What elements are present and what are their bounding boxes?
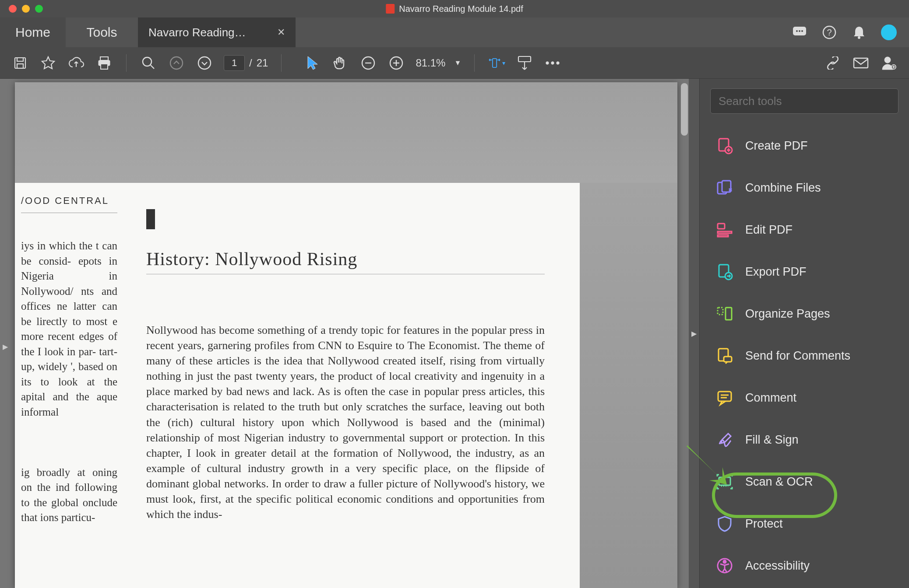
toolbar: / 21 81.1% ▼ ▾ [0, 47, 909, 79]
svg-rect-18 [518, 56, 531, 62]
zoom-out-icon[interactable] [359, 54, 377, 72]
accessibility-icon [715, 556, 734, 575]
svg-point-6 [858, 36, 860, 39]
svg-rect-31 [718, 235, 728, 237]
select-tool-icon[interactable] [303, 54, 321, 72]
svg-rect-7 [15, 58, 25, 68]
print-icon[interactable] [95, 54, 113, 72]
zoom-window[interactable] [35, 5, 43, 13]
window-titlebar: Navarro Reading Module 14.pdf [0, 0, 909, 18]
tool-edit-pdf[interactable]: Edit PDF [704, 211, 905, 248]
svg-point-2 [799, 30, 800, 32]
svg-rect-37 [724, 357, 732, 362]
svg-point-41 [723, 560, 726, 563]
search-tools[interactable] [710, 88, 898, 114]
star-icon[interactable] [39, 54, 57, 72]
save-icon[interactable] [11, 54, 29, 72]
combine-files-icon [715, 178, 734, 197]
comment-tool-icon [715, 388, 734, 407]
bell-icon[interactable] [851, 24, 867, 40]
search-input[interactable] [719, 94, 890, 108]
cloud-upload-icon[interactable] [67, 54, 85, 72]
tool-label: Fill & Sign [745, 433, 799, 447]
help-icon[interactable]: ? [821, 24, 837, 40]
svg-rect-22 [854, 58, 868, 68]
tab-bar: Home Tools Navarro Reading… ✕ ? [0, 18, 909, 47]
fit-width-icon[interactable]: ▾ [488, 54, 505, 72]
more-tools-icon[interactable] [544, 54, 561, 72]
pdf-icon [386, 4, 395, 14]
email-icon[interactable] [852, 54, 870, 72]
tool-label: Export PDF [745, 265, 807, 279]
body-text: Nollywood has become something of a tren… [146, 322, 545, 522]
page-total: 21 [257, 57, 268, 69]
chapter-title: History: Nollywood Rising [146, 248, 545, 270]
chapter-mark [146, 209, 155, 229]
hand-tool-icon[interactable] [331, 54, 349, 72]
export-pdf-icon [715, 262, 734, 281]
organize-pages-icon [715, 304, 734, 323]
svg-rect-11 [101, 64, 108, 69]
tool-label: Create PDF [745, 139, 808, 153]
page-up-icon[interactable] [168, 54, 185, 72]
chat-icon[interactable] [792, 24, 807, 40]
tab-close-icon[interactable]: ✕ [277, 27, 285, 38]
share-user-icon[interactable] [880, 54, 898, 72]
zoom-in-icon[interactable] [388, 54, 405, 72]
svg-rect-38 [718, 392, 731, 401]
find-icon[interactable] [140, 54, 157, 72]
svg-point-19 [546, 61, 549, 64]
close-window[interactable] [9, 5, 17, 13]
svg-text:?: ? [827, 28, 831, 37]
tool-export-pdf[interactable]: Export PDF [704, 253, 905, 290]
document-page: /OOD CENTRAL iys in which the t can be c… [15, 82, 677, 588]
tool-accessibility[interactable]: Accessibility [704, 547, 905, 584]
left-panel-toggle[interactable]: ▶ [0, 333, 11, 360]
tab-home[interactable]: Home [0, 18, 66, 47]
document-viewer[interactable]: ▶ /OOD CENTRAL iys in which the t can be… [0, 79, 689, 588]
svg-rect-8 [17, 64, 23, 68]
tool-label: Comment [745, 391, 796, 405]
tool-label: Accessibility [745, 559, 810, 573]
svg-rect-17 [493, 58, 497, 67]
tool-label: Protect [745, 517, 783, 531]
running-head: /OOD CENTRAL [21, 195, 117, 206]
left-page-fragment: iys in which the t can be consid- epots … [21, 238, 117, 525]
window-title: Navarro Reading Module 14.pdf [399, 4, 523, 14]
tool-label: Combine Files [745, 181, 821, 195]
tool-comment[interactable]: Comment [704, 379, 905, 416]
tool-create-pdf[interactable]: Create PDF [704, 127, 905, 164]
svg-point-14 [198, 57, 211, 69]
tab-tools[interactable]: Tools [66, 18, 138, 47]
send-comments-icon [715, 346, 734, 365]
page-down-icon[interactable] [196, 54, 213, 72]
zoom-level: 81.1% [416, 57, 445, 69]
link-icon[interactable] [824, 54, 842, 72]
tool-label: Edit PDF [745, 223, 793, 237]
tool-send-for-comments[interactable]: Send for Comments [704, 337, 905, 374]
page-number-input[interactable] [224, 55, 245, 71]
svg-point-21 [557, 61, 559, 64]
tool-label: Send for Comments [745, 349, 850, 363]
svg-rect-30 [718, 231, 732, 233]
svg-point-3 [801, 30, 803, 32]
svg-point-23 [884, 57, 891, 63]
tool-combine-files[interactable]: Combine Files [704, 169, 905, 206]
edit-pdf-icon [715, 220, 734, 239]
user-avatar[interactable] [881, 24, 897, 40]
zoom-dropdown-icon[interactable]: ▼ [454, 59, 461, 67]
annotation-highlight-oval [712, 472, 837, 518]
page-display-icon[interactable] [516, 54, 533, 72]
svg-rect-9 [100, 57, 108, 60]
right-panel-toggle[interactable]: ▶ [689, 79, 699, 588]
tab-document[interactable]: Navarro Reading… ✕ [138, 18, 296, 47]
svg-point-13 [170, 57, 183, 69]
minimize-window[interactable] [22, 5, 30, 13]
svg-point-20 [551, 61, 554, 64]
scrollbar[interactable] [681, 83, 688, 136]
svg-rect-34 [718, 308, 723, 315]
tool-organize-pages[interactable]: Organize Pages [704, 295, 905, 332]
create-pdf-icon [715, 136, 734, 155]
tool-label: Organize Pages [745, 307, 830, 321]
svg-point-1 [796, 30, 798, 32]
